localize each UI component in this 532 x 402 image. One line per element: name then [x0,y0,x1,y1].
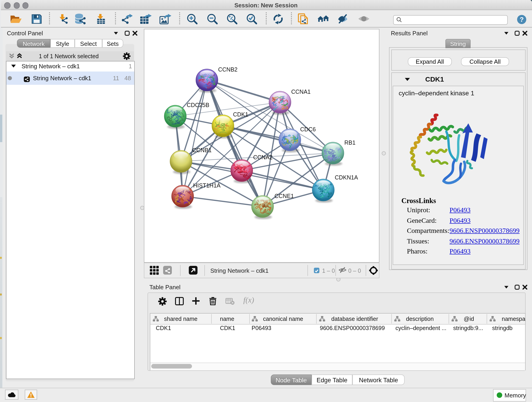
svg-text:HIST1H1A: HIST1H1A [193,182,221,189]
svg-text:CDKN1A: CDKN1A [335,174,358,181]
svg-text:CCNA2: CCNA2 [253,154,273,160]
svg-text:CDC6: CDC6 [300,126,316,133]
svg-text:RB1: RB1 [344,139,355,146]
svg-text:CCNA1: CCNA1 [291,89,311,95]
svg-text:CDK1: CDK1 [233,111,248,118]
svg-text:CCNB1: CCNB1 [192,147,212,153]
svg-text:CDC25B: CDC25B [187,102,209,108]
svg-text:CCNE1: CCNE1 [274,193,294,199]
svg-text:?: ? [520,16,524,23]
svg-text:CCNB2: CCNB2 [218,66,238,73]
